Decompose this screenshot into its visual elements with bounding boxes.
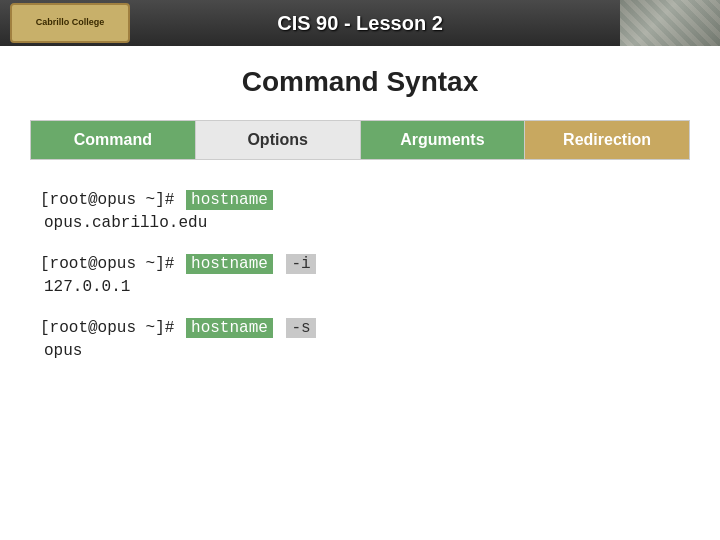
header-bar: Cabrillo College CIS 90 - Lesson 2 [0,0,720,46]
syntax-cell-redirection: Redirection [525,121,689,159]
cmd-name-2: hostname [186,254,273,274]
cmd-line-3: [root@opus ~]# hostname -s [40,318,680,338]
cmd-name-3: hostname [186,318,273,338]
prompt-3: [root@opus ~]# [40,319,174,337]
main-content: Command Syntax Command Options Arguments… [0,46,720,540]
logo-text: Cabrillo College [36,17,105,29]
header-title: CIS 90 - Lesson 2 [277,12,443,35]
prompt-1: [root@opus ~]# [40,191,174,209]
syntax-cell-arguments: Arguments [361,121,526,159]
example-3: [root@opus ~]# hostname -s opus [40,318,680,360]
cmd-name-1: hostname [186,190,273,210]
college-logo: Cabrillo College [10,3,130,43]
cmd-output-2: 127.0.0.1 [40,278,680,296]
cmd-output-3: opus [40,342,680,360]
photo-overlay [620,0,720,46]
example-2: [root@opus ~]# hostname -i 127.0.0.1 [40,254,680,296]
prompt-2: [root@opus ~]# [40,255,174,273]
syntax-cell-command: Command [31,121,196,159]
cmd-line-2: [root@opus ~]# hostname -i [40,254,680,274]
cmd-output-1: opus.cabrillo.edu [40,214,680,232]
syntax-table: Command Options Arguments Redirection [30,120,690,160]
page-title: Command Syntax [30,66,690,98]
examples-section: [root@opus ~]# hostname opus.cabrillo.ed… [30,190,690,360]
cmd-option-2: -i [286,254,315,274]
example-1: [root@opus ~]# hostname opus.cabrillo.ed… [40,190,680,232]
cmd-line-1: [root@opus ~]# hostname [40,190,680,210]
header-photo [620,0,720,46]
syntax-cell-options: Options [196,121,361,159]
cmd-option-3: -s [286,318,315,338]
